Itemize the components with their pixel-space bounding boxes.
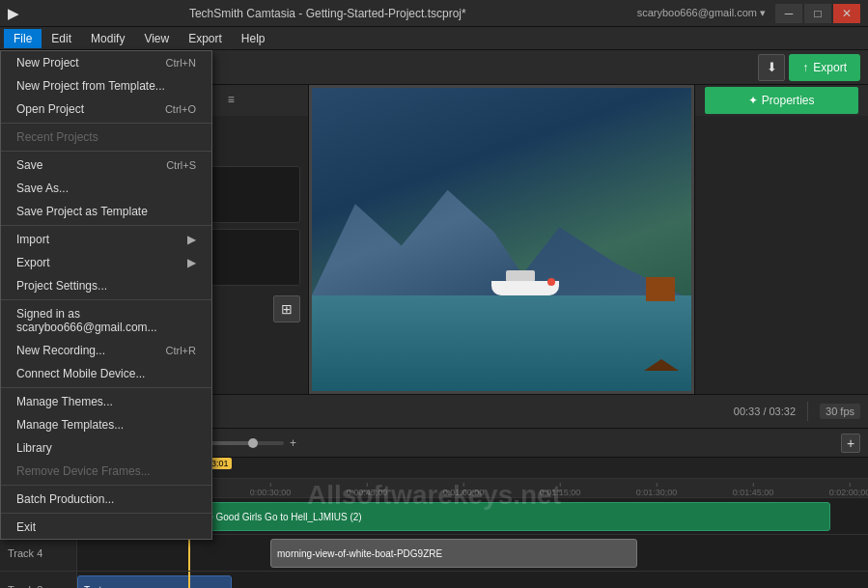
menu-manage-templates[interactable]: Manage Templates...	[1, 413, 211, 436]
menu-new-from-template[interactable]: New Project from Template...	[1, 74, 211, 98]
menu-separator-3	[1, 225, 211, 226]
preview-area	[309, 85, 694, 394]
menu-item-modify[interactable]: Modify	[81, 29, 134, 48]
ruler-2min: 0:02:00;00	[829, 483, 868, 497]
zoom-plus-icon: +	[290, 436, 296, 450]
water	[309, 295, 694, 394]
menu-new-project[interactable]: New Project Ctrl+N	[1, 51, 211, 74]
ruler-1min15: 0:01:15;00	[540, 483, 581, 497]
maximize-button[interactable]: □	[804, 4, 831, 23]
timeline-zoom-slider[interactable]	[207, 441, 284, 445]
ruler-30: 0:00:30;00	[250, 483, 292, 497]
file-dropdown-menu: New Project Ctrl+N New Project from Temp…	[0, 50, 212, 540]
title-bar: ▶ TechSmith Camtasia - Getting-Started-P…	[0, 0, 868, 27]
menu-item-help[interactable]: Help	[232, 29, 275, 48]
menu-project-settings[interactable]: Project Settings...	[1, 274, 211, 297]
menu-separator-6	[1, 485, 211, 486]
minimize-button[interactable]: ─	[775, 4, 802, 23]
properties-button[interactable]: ✦ Properties	[705, 87, 858, 114]
export-button[interactable]: ↑ Export	[789, 54, 860, 81]
menu-separator-7	[1, 513, 211, 514]
track-4-label: Track 4	[0, 535, 76, 572]
properties-header: ✦ Properties	[695, 85, 868, 116]
menu-manage-themes[interactable]: Manage Themes...	[1, 390, 211, 413]
zoom-slider-thumb	[248, 438, 258, 448]
menu-save-as[interactable]: Save As...	[1, 177, 211, 200]
menu-separator-5	[1, 387, 211, 388]
menu-library[interactable]: Library	[1, 436, 211, 460]
menu-new-recording[interactable]: New Recording... Ctrl+R	[1, 339, 211, 362]
track-4-row[interactable]: morning-view-of-white-boat-PDG9ZRE	[77, 535, 868, 572]
title-bar-title: TechSmith Camtasia - Getting-Started-Pro…	[18, 7, 637, 20]
track-3-clip[interactable]: Text	[77, 575, 232, 588]
user-email[interactable]: scaryboo666@gmail.com ▾	[637, 7, 766, 19]
menu-export[interactable]: Export ▶	[1, 251, 211, 274]
video-placeholder	[309, 85, 694, 394]
playhead-t4	[188, 535, 190, 571]
zoom-slider-fill	[207, 441, 253, 445]
ruler-1min45: 0:01:45;00	[733, 483, 774, 497]
ruler-1min30: 0:01:30;00	[636, 483, 678, 497]
app-logo-icon: ▶	[8, 6, 18, 21]
menu-item-file[interactable]: File	[4, 29, 42, 48]
menu-connect-mobile[interactable]: Connect Mobile Device...	[1, 362, 211, 385]
menu-item-view[interactable]: View	[134, 29, 179, 48]
menu-save[interactable]: Save Ctrl+S	[1, 154, 211, 177]
track-3-row[interactable]: Text	[77, 572, 868, 588]
menu-separator-2	[1, 151, 211, 152]
menu-signed-in[interactable]: Signed in as scaryboo666@gmail.com...	[1, 302, 211, 339]
menu-remove-device-frames: Remove Device Frames...	[1, 460, 211, 483]
track-3-label: Track 3	[0, 572, 76, 588]
ruler-1min: 0:01:00;00	[443, 483, 485, 497]
menu-batch-production[interactable]: Batch Production...	[1, 488, 211, 511]
house-roof	[644, 359, 679, 371]
menu-open-project[interactable]: Open Project Ctrl+O	[1, 98, 211, 121]
menu-save-as-template[interactable]: Save Project as Template	[1, 200, 211, 223]
close-button[interactable]: ✕	[833, 4, 860, 23]
preview-video	[309, 85, 694, 394]
time-display: 00:33 / 03:32	[734, 406, 796, 417]
menu-bar: File Edit Modify View Export Help New Pr…	[0, 27, 868, 50]
download-button[interactable]: ⬇	[758, 54, 785, 81]
menu-recent-projects-label: Recent Projects	[1, 126, 211, 149]
fps-display: 30 fps	[820, 404, 860, 419]
grid-toggle-button[interactable]: ⊞	[273, 295, 300, 322]
house	[646, 277, 675, 301]
menu-separator-1	[1, 123, 211, 124]
menu-separator-4	[1, 299, 211, 300]
menu-item-export[interactable]: Export	[179, 29, 232, 48]
add-track-button[interactable]: +	[841, 434, 860, 453]
menu-item-edit[interactable]: Edit	[42, 29, 81, 48]
title-bar-right: scaryboo666@gmail.com ▾ ─ □ ✕	[637, 4, 860, 23]
track-4-clip[interactable]: morning-view-of-white-boat-PDG9ZRE	[270, 539, 637, 568]
playhead-t3	[188, 572, 190, 588]
playback-divider	[807, 402, 808, 421]
ruler-45: 0:00:45;00	[347, 483, 388, 497]
title-bar-left: ▶	[8, 6, 18, 21]
export-icon: ↑	[802, 61, 808, 74]
menu-import[interactable]: Import ▶	[1, 228, 211, 251]
menu-exit[interactable]: Exit	[1, 516, 211, 539]
properties-panel: ✦ Properties	[694, 85, 868, 394]
